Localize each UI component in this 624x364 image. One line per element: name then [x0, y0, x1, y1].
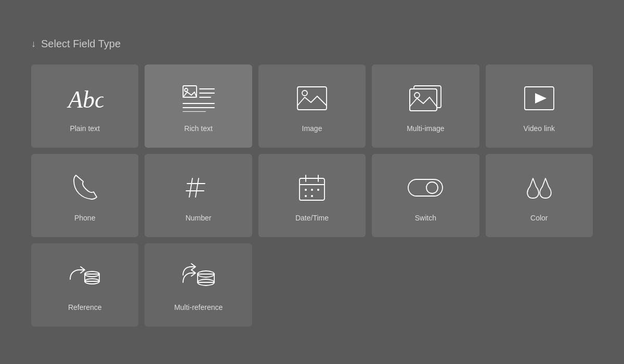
reference-icon: [68, 261, 101, 294]
image-label: Image: [302, 124, 322, 133]
svg-point-29: [311, 195, 313, 197]
image-icon: [295, 82, 329, 115]
header-arrow-icon: ↓: [31, 38, 36, 49]
svg-point-32: [426, 182, 438, 193]
svg-point-26: [311, 189, 313, 191]
svg-point-28: [305, 195, 307, 197]
multi-image-icon: [409, 82, 442, 115]
field-item-datetime[interactable]: Date/Time: [258, 154, 366, 237]
datetime-label: Date/Time: [295, 214, 329, 222]
field-item-phone[interactable]: Phone: [31, 154, 138, 237]
svg-marker-16: [535, 93, 547, 103]
field-item-plain-text[interactable]: Abc Plain text: [31, 64, 138, 148]
field-item-number[interactable]: Number: [145, 154, 252, 237]
header: ↓ Select Field Type: [31, 38, 593, 50]
reference-label: Reference: [68, 303, 102, 311]
switch-icon: [407, 171, 444, 204]
multi-image-label: Multi-image: [407, 124, 444, 133]
plain-text-label: Plain text: [70, 124, 100, 133]
svg-line-17: [189, 178, 192, 197]
svg-text:Abc: Abc: [67, 86, 103, 112]
svg-point-25: [305, 189, 307, 191]
number-label: Number: [186, 214, 212, 222]
svg-rect-37: [198, 274, 214, 282]
field-item-video-link[interactable]: Video link: [486, 64, 593, 148]
field-item-switch[interactable]: Switch: [372, 154, 479, 237]
svg-rect-34: [85, 274, 99, 281]
phone-label: Phone: [74, 214, 95, 222]
multi-reference-icon: [182, 261, 215, 294]
page-title: Select Field Type: [41, 38, 121, 50]
svg-line-18: [196, 178, 199, 197]
multi-reference-label: Multi-reference: [174, 303, 223, 311]
field-type-grid: Abc Plain text: [31, 64, 593, 327]
field-item-reference[interactable]: Reference: [31, 243, 138, 327]
field-item-color[interactable]: Color: [486, 154, 593, 237]
svg-point-2: [185, 88, 188, 92]
svg-point-10: [302, 90, 307, 96]
svg-rect-12: [410, 89, 437, 111]
svg-point-27: [317, 189, 319, 191]
color-label: Color: [530, 214, 548, 222]
datetime-icon: [297, 171, 327, 204]
phone-icon: [71, 171, 99, 204]
rich-text-label: Rich text: [184, 124, 212, 133]
number-icon: [184, 171, 213, 204]
svg-rect-9: [297, 87, 327, 110]
field-item-multi-reference[interactable]: Multi-reference: [145, 243, 252, 327]
rich-text-icon: [182, 82, 215, 115]
field-item-rich-text[interactable]: Rich text: [145, 64, 252, 148]
field-item-image[interactable]: Image: [258, 64, 366, 148]
video-link-label: Video link: [524, 124, 555, 133]
select-field-type-container: ↓ Select Field Type Abc Plain text: [0, 17, 624, 347]
field-item-multi-image[interactable]: Multi-image: [372, 64, 479, 148]
abc-icon: Abc: [66, 82, 103, 115]
switch-label: Switch: [415, 214, 436, 222]
video-link-icon: [523, 82, 556, 115]
color-icon: [523, 171, 556, 204]
